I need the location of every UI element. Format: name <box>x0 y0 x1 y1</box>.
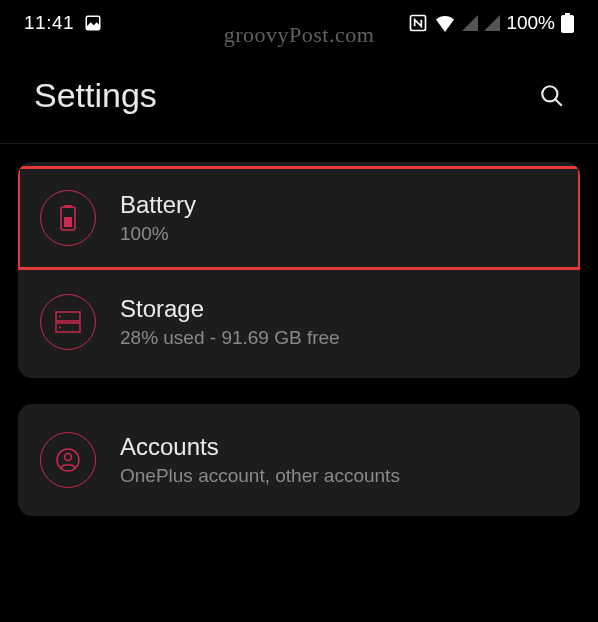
battery-icon <box>40 190 96 246</box>
settings-item-text: Accounts OnePlus account, other accounts <box>120 433 558 487</box>
status-bar: 11:41 100% <box>0 0 598 42</box>
battery-status-icon <box>561 13 574 33</box>
settings-item-text: Storage 28% used - 91.69 GB free <box>120 295 558 349</box>
picture-icon <box>84 14 102 32</box>
status-right: 100% <box>408 12 574 34</box>
signal-1-icon <box>462 15 478 31</box>
storage-icon <box>40 294 96 350</box>
header: Settings <box>0 42 598 143</box>
svg-rect-3 <box>561 15 574 33</box>
setting-subtitle: OnePlus account, other accounts <box>120 465 558 487</box>
nfc-icon <box>408 13 428 33</box>
accounts-icon <box>40 432 96 488</box>
setting-title: Accounts <box>120 433 558 461</box>
setting-subtitle: 100% <box>120 223 558 245</box>
status-left: 11:41 <box>24 12 102 34</box>
search-icon <box>539 83 565 109</box>
settings-item-text: Battery 100% <box>120 191 558 245</box>
wifi-icon <box>434 14 456 32</box>
svg-rect-2 <box>565 13 570 15</box>
settings-item-storage[interactable]: Storage 28% used - 91.69 GB free <box>18 270 580 374</box>
divider <box>0 143 598 144</box>
svg-point-4 <box>542 86 557 101</box>
settings-group-2: Accounts OnePlus account, other accounts <box>18 404 580 516</box>
status-battery-pct: 100% <box>506 12 555 34</box>
setting-title: Battery <box>120 191 558 219</box>
svg-point-14 <box>65 454 72 461</box>
page-title: Settings <box>34 76 157 115</box>
setting-subtitle: 28% used - 91.69 GB free <box>120 327 558 349</box>
signal-2-icon <box>484 15 500 31</box>
settings-group-1: Battery 100% Storage 28% used - 91.69 GB… <box>18 162 580 378</box>
svg-line-5 <box>555 99 562 106</box>
svg-point-11 <box>59 316 61 318</box>
status-time: 11:41 <box>24 12 74 34</box>
setting-title: Storage <box>120 295 558 323</box>
svg-rect-8 <box>64 217 72 227</box>
settings-item-battery[interactable]: Battery 100% <box>18 166 580 270</box>
svg-point-12 <box>59 327 61 329</box>
settings-item-accounts[interactable]: Accounts OnePlus account, other accounts <box>18 408 580 512</box>
search-button[interactable] <box>536 80 568 112</box>
